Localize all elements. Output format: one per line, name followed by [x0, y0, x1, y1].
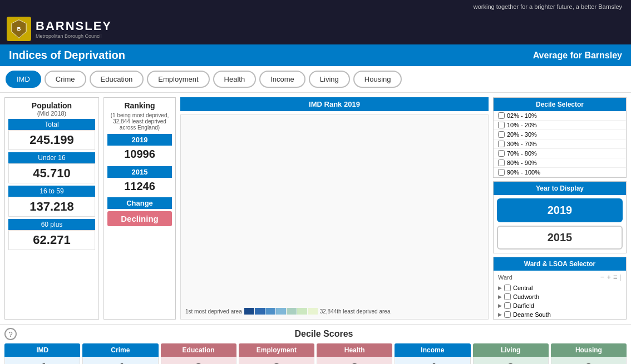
score-education: Education 3: [161, 343, 236, 364]
score-imd: IMD 4: [4, 343, 80, 364]
decile-checkbox-4[interactable]: [498, 141, 505, 147]
logo-subtitle: Metropolitan Borough Council: [36, 33, 112, 39]
ranking-2015-value: 11246: [107, 178, 172, 195]
decile-checkbox-3[interactable]: [498, 131, 505, 138]
right-panel: Decile Selector 02% - 10% 10% - 20% 20% …: [493, 97, 627, 320]
ward-item-central[interactable]: ▶ Central: [494, 283, 626, 292]
population-subtitle: (Mid 2018): [8, 110, 95, 117]
tab-health[interactable]: Health: [213, 71, 257, 88]
decile-label-7: 90% - 100%: [507, 169, 540, 176]
ranking-2019-value: 10996: [107, 146, 172, 163]
tab-crime[interactable]: Crime: [45, 71, 86, 88]
decile-selector: Decile Selector 02% - 10% 10% - 20% 20% …: [493, 97, 627, 178]
ward-arrow-darfield: ▶: [498, 303, 502, 308]
score-housing-label: Housing: [551, 343, 627, 357]
age60-value: 62.271: [8, 230, 95, 250]
map-visualization[interactable]: 1st most deprived area 32,844th least de…: [180, 114, 489, 320]
help-button[interactable]: ?: [4, 328, 17, 340]
score-income-value: 4: [395, 357, 470, 364]
decile-checkbox-2[interactable]: [498, 122, 505, 128]
ward-minus-icon[interactable]: −: [600, 273, 605, 281]
tab-income[interactable]: Income: [259, 71, 305, 88]
swatch-6: [297, 308, 307, 315]
year-2015-button[interactable]: 2015: [497, 226, 623, 250]
ward-plus-icon[interactable]: +: [607, 273, 611, 281]
score-crime: Crime 4: [82, 343, 158, 364]
decile-label-4: 30% - 70%: [507, 141, 537, 147]
tab-housing[interactable]: Housing: [353, 71, 402, 88]
map-area: IMD Rank 2019 1st most deprived area 32,…: [180, 97, 489, 320]
age1659-value: 137.218: [8, 197, 95, 217]
ward-checkbox-central[interactable]: [504, 285, 511, 291]
average-label: Average for Barnsley: [533, 51, 622, 61]
ranking-2019-label: 2019: [107, 134, 172, 146]
decile-label-2: 10% - 20%: [507, 122, 537, 128]
swatch-1: [244, 308, 254, 315]
ranking-title: Ranking: [107, 101, 172, 110]
decile-item-5[interactable]: 70% - 80%: [494, 149, 626, 158]
score-health: Health 3: [317, 343, 392, 364]
score-living-label: Living: [473, 343, 549, 357]
score-health-value: 3: [317, 357, 392, 364]
score-income-label: Income: [395, 343, 470, 357]
svg-text:B: B: [17, 26, 21, 32]
decile-item-3[interactable]: 20% - 30%: [494, 130, 626, 139]
header: B BARNSLEY Metropolitan Borough Council: [0, 13, 631, 44]
ward-scroll-icon: |: [620, 273, 622, 281]
score-imd-value: 4: [4, 357, 80, 364]
under16-value: 45.710: [8, 163, 95, 183]
ward-checkbox-cudworth[interactable]: [504, 293, 511, 300]
swatch-2: [255, 308, 265, 315]
ward-label-cudworth: Cudworth: [513, 293, 539, 300]
age1659-label: 16 to 59: [8, 186, 95, 197]
ward-label-central: Central: [513, 285, 533, 291]
swatch-7: [308, 308, 318, 315]
score-housing-value: 9: [551, 357, 627, 364]
decile-item-6[interactable]: 80% - 90%: [494, 158, 626, 168]
scores-header: ? Decile Scores: [4, 328, 627, 340]
logo-text: BARNSLEY Metropolitan Borough Council: [36, 19, 112, 39]
score-living-value: 9: [473, 357, 549, 364]
ward-item-dearne[interactable]: ▶ Dearne South: [494, 310, 626, 319]
ward-selector-title: Ward & LSOA Selector: [494, 257, 626, 271]
decile-checkbox-6[interactable]: [498, 159, 505, 166]
score-education-label: Education: [161, 343, 236, 357]
legend-gradient: [244, 308, 318, 315]
decile-item-4[interactable]: 30% - 70%: [494, 139, 626, 149]
tab-education[interactable]: Education: [90, 71, 144, 88]
swatch-4: [276, 308, 286, 315]
ward-label-darfield: Darfield: [513, 302, 534, 309]
ranking-panel: Ranking (1 being most deprived, 32,844 l…: [103, 97, 176, 320]
score-health-label: Health: [317, 343, 392, 357]
page-title: Indices of Deprivation: [9, 49, 125, 62]
title-bar: Indices of Deprivation Average for Barns…: [0, 44, 631, 66]
tab-imd[interactable]: IMD: [6, 71, 41, 88]
decile-checkbox-1[interactable]: [498, 112, 505, 119]
ward-header: Ward − + ≡ |: [494, 271, 626, 283]
ward-item-cudworth[interactable]: ▶ Cudworth: [494, 292, 626, 301]
ward-item-darfield[interactable]: ▶ Darfield: [494, 301, 626, 310]
decile-item-1[interactable]: 02% - 10%: [494, 111, 626, 121]
tab-living[interactable]: Living: [309, 71, 350, 88]
top-bar: working together for a brighter future, …: [0, 0, 631, 13]
total-label: Total: [8, 119, 95, 130]
decile-item-7[interactable]: 90% - 100%: [494, 168, 626, 177]
year-2019-button[interactable]: 2019: [497, 198, 623, 222]
decile-checkbox-7[interactable]: [498, 169, 505, 176]
ward-arrow-central: ▶: [498, 285, 502, 291]
decile-checkbox-5[interactable]: [498, 150, 505, 157]
decile-item-2[interactable]: 10% - 20%: [494, 121, 626, 130]
logo-shield: B: [7, 17, 31, 41]
tagline: working together for a brighter future, …: [474, 3, 622, 10]
ranking-desc: (1 being most deprived, 32,844 least dep…: [107, 112, 172, 131]
ward-checkbox-dearne[interactable]: [504, 311, 511, 318]
tab-employment[interactable]: Employment: [147, 71, 209, 88]
score-living: Living 9: [473, 343, 549, 364]
nav-tabs: IMD Crime Education Employment Health In…: [0, 66, 631, 93]
ranking-change-value: Declining: [107, 211, 172, 226]
decile-selector-title: Decile Selector: [494, 98, 626, 111]
ward-menu-icon[interactable]: ≡: [613, 273, 618, 281]
score-education-value: 3: [161, 357, 236, 364]
score-income: Income 4: [395, 343, 470, 364]
ward-checkbox-darfield[interactable]: [504, 302, 511, 309]
